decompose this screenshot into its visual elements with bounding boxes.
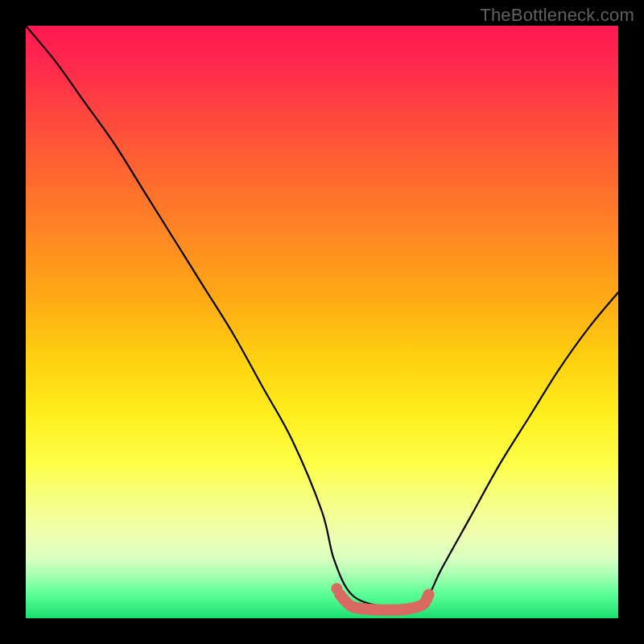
chart-frame: TheBottleneck.com [0,0,644,644]
chart-plot-area [26,26,618,618]
bottleneck-curve-path [26,26,618,608]
highlight-marker-dot [331,583,342,594]
attribution-text: TheBottleneck.com [480,5,634,26]
chart-svg [26,26,618,618]
